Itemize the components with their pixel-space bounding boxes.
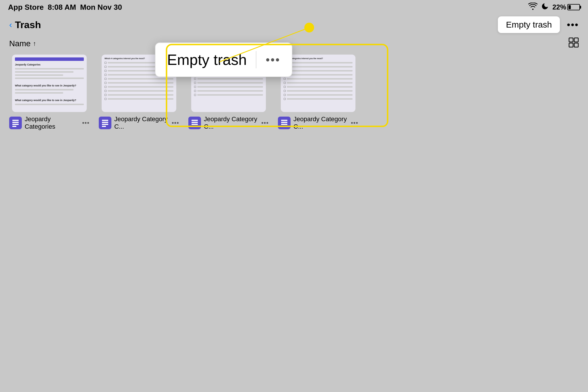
nav-right: Empty trash •••: [498, 16, 579, 33]
file-more-button[interactable]: •••: [172, 119, 179, 127]
time-label: 8:08 AM: [48, 3, 76, 12]
page-title: Trash: [15, 19, 41, 30]
sort-arrow-icon: ↑: [33, 40, 36, 47]
svg-rect-7: [12, 120, 19, 121]
file-more-button[interactable]: •••: [261, 119, 269, 127]
file-more-button[interactable]: •••: [351, 119, 358, 127]
file-grid: Jeopardy Categories What category would …: [0, 55, 588, 131]
back-chevron-icon: ‹: [9, 20, 12, 30]
svg-rect-10: [12, 126, 16, 127]
empty-trash-button[interactable]: Empty trash: [498, 16, 560, 33]
popup-label[interactable]: Empty trash: [167, 51, 247, 68]
battery-percent-label: 22%: [552, 3, 566, 11]
file-name-label: Jeopardy Category C...: [114, 115, 169, 131]
svg-rect-22: [281, 126, 285, 127]
sort-name[interactable]: Name ↑: [9, 39, 36, 48]
svg-rect-8: [12, 122, 19, 123]
sort-bar: Name ↑: [0, 35, 588, 55]
svg-rect-11: [102, 120, 108, 121]
grid-view-button[interactable]: [568, 37, 579, 50]
file-name-label: Jeopardy Category C...: [204, 115, 258, 131]
svg-rect-18: [192, 126, 196, 127]
date-label: Mon Nov 30: [80, 3, 122, 12]
svg-rect-17: [192, 124, 198, 125]
moon-icon: [541, 2, 549, 12]
popup-more-button[interactable]: •••: [266, 53, 280, 66]
file-type-icon: [278, 117, 291, 129]
popup-content: Empty trash •••: [155, 43, 292, 77]
svg-rect-3: [569, 38, 573, 42]
file-name-label: Jeopardy Categories: [25, 115, 79, 131]
svg-rect-21: [281, 124, 287, 125]
svg-rect-16: [192, 122, 198, 123]
nav-bar: ‹ Trash Empty trash •••: [0, 14, 588, 35]
file-type-icon: [188, 117, 201, 129]
svg-rect-15: [192, 120, 198, 121]
annotation-dot: [304, 23, 314, 32]
svg-rect-14: [102, 126, 106, 127]
battery-icon: [567, 4, 580, 10]
svg-rect-6: [574, 43, 578, 47]
file-name-label: Jeopardy Category C...: [293, 115, 348, 131]
nav-left: ‹ Trash: [9, 19, 41, 30]
file-more-button[interactable]: •••: [82, 119, 90, 127]
app-store-label: App Store: [8, 3, 44, 12]
popup-divider: [256, 51, 256, 68]
status-bar-right: 22%: [528, 2, 580, 12]
svg-rect-9: [12, 124, 19, 125]
svg-rect-20: [281, 122, 287, 123]
status-bar-left: App Store 8:08 AM Mon Nov 30: [8, 3, 122, 12]
empty-trash-popup: Empty trash •••: [155, 43, 292, 77]
file-type-icon: [9, 117, 22, 129]
svg-rect-4: [574, 38, 578, 42]
file-thumbnail: Jeopardy Categories What category would …: [12, 55, 87, 112]
svg-rect-12: [102, 122, 108, 123]
battery-indicator: 22%: [552, 3, 580, 11]
svg-rect-19: [281, 120, 287, 121]
list-item[interactable]: Jeopardy Categories What category would …: [9, 55, 90, 131]
more-options-button[interactable]: •••: [567, 19, 579, 30]
status-bar: App Store 8:08 AM Mon Nov 30 22%: [0, 0, 588, 14]
sort-label: Name: [9, 39, 31, 48]
back-button[interactable]: ‹: [9, 20, 12, 30]
svg-rect-5: [569, 43, 573, 47]
file-type-icon: [99, 117, 111, 129]
wifi-icon: [528, 3, 537, 12]
svg-rect-13: [102, 124, 108, 125]
